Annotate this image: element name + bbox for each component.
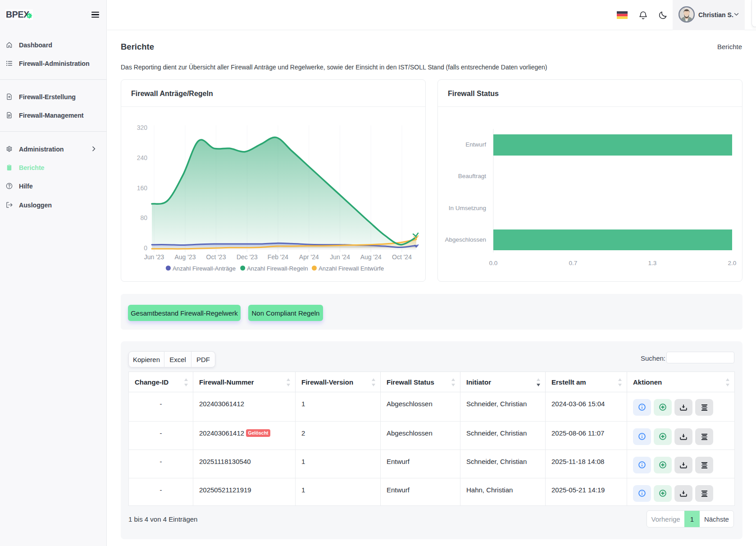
svg-text:Oct '24: Oct '24 [392,253,412,261]
svg-text:240: 240 [137,154,148,161]
svg-text:Apr '24: Apr '24 [299,253,319,261]
svg-text:Anzahl Firewall Entwürfe: Anzahl Firewall Entwürfe [319,265,384,272]
svg-text:Entwurf: Entwurf [465,141,486,148]
svg-text:0.7: 0.7 [569,260,578,266]
svg-text:Jun '24: Jun '24 [330,253,350,261]
svg-text:Aug '23: Aug '23 [174,253,196,261]
svg-text:Dec '23: Dec '23 [237,253,258,261]
svg-text:0: 0 [144,244,147,252]
svg-text:Jun '23: Jun '23 [144,253,164,261]
svg-text:Feb '24: Feb '24 [268,253,288,261]
svg-text:Aug '24: Aug '24 [360,253,382,261]
svg-text:Anzahl Firewall-Regeln: Anzahl Firewall-Regeln [247,265,308,272]
svg-text:320: 320 [137,124,148,131]
svg-text:80: 80 [140,214,147,221]
svg-text:Anzahl Firewall-Anträge: Anzahl Firewall-Anträge [173,265,236,272]
svg-text:Oct '23: Oct '23 [206,253,226,261]
svg-text:Beauftragt: Beauftragt [458,173,487,179]
svg-text:In Umsetzung: In Umsetzung [449,205,486,211]
svg-text:160: 160 [137,184,148,192]
svg-text:Abgeschlossen: Abgeschlossen [445,236,486,243]
svg-text:2.0: 2.0 [728,260,737,266]
svg-text:0.0: 0.0 [489,260,498,266]
svg-text:1.3: 1.3 [648,260,657,266]
